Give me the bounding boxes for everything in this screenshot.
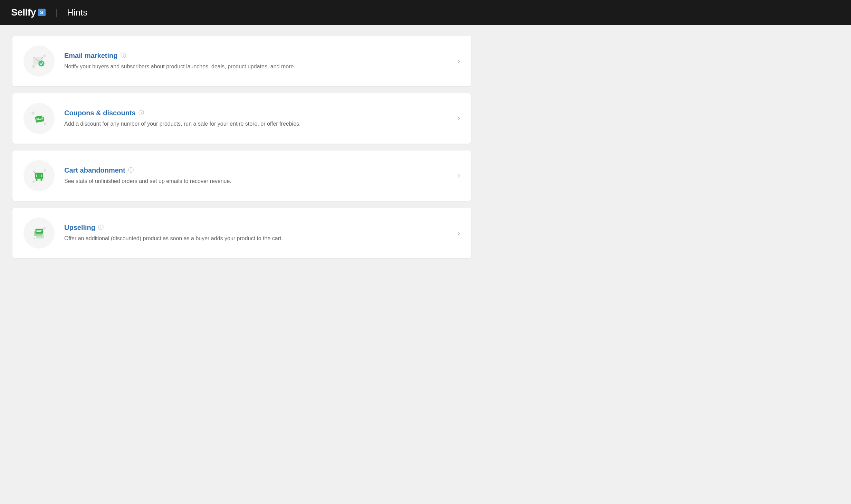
app-header: Sellfy S | Hints: [0, 0, 851, 25]
svg-point-12: [36, 179, 37, 181]
coupons-discounts-description: Add a discount for any number of your pr…: [64, 120, 451, 128]
upselling-content: Upselling ⓘ Offer an additional (discoun…: [64, 224, 451, 243]
upselling-info-icon[interactable]: ⓘ: [98, 224, 104, 231]
coupons-discounts-title: Coupons & discounts: [64, 109, 136, 117]
email-marketing-arrow[interactable]: ›: [458, 57, 460, 66]
upselling-icon: [30, 224, 48, 242]
svg-point-1: [43, 55, 46, 57]
header-divider: |: [55, 8, 57, 17]
email-marketing-title: Email marketing: [64, 52, 118, 60]
cart-abandonment-arrow[interactable]: ›: [458, 171, 460, 180]
upselling-icon-wrapper: [23, 217, 55, 249]
upselling-arrow[interactable]: ›: [458, 229, 460, 238]
email-marketing-icon-wrapper: [23, 46, 55, 77]
coupons-discounts-card[interactable]: SALE Coupons & discounts ⓘ Add a discoun…: [12, 93, 471, 144]
coupons-discounts-content: Coupons & discounts ⓘ Add a discount for…: [64, 109, 451, 128]
svg-point-10: [32, 181, 35, 183]
svg-point-3: [38, 60, 44, 66]
cart-abandonment-info-icon[interactable]: ⓘ: [128, 167, 134, 174]
email-marketing-info-icon[interactable]: ⓘ: [121, 52, 126, 59]
cart-abandonment-title-row: Cart abandonment ⓘ: [64, 166, 451, 174]
coupons-discounts-title-row: Coupons & discounts ⓘ: [64, 109, 451, 117]
svg-point-17: [43, 227, 46, 230]
main-content: Email marketing ⓘ Notify your buyers and…: [0, 25, 484, 276]
upselling-description: Offer an additional (discounted) product…: [64, 234, 451, 243]
email-marketing-icon: [30, 52, 48, 70]
cart-abandonment-card[interactable]: Cart abandonment ⓘ See stats of unfinish…: [12, 151, 471, 201]
page-title: Hints: [67, 7, 87, 18]
email-marketing-card[interactable]: Email marketing ⓘ Notify your buyers and…: [12, 36, 471, 86]
email-marketing-title-row: Email marketing ⓘ: [64, 52, 451, 60]
email-marketing-content: Email marketing ⓘ Notify your buyers and…: [64, 52, 451, 71]
coupons-discounts-icon: SALE: [30, 109, 48, 127]
svg-point-18: [34, 238, 35, 239]
logo-text: Sellfy: [11, 7, 36, 18]
upselling-title: Upselling: [64, 224, 95, 232]
coupons-discounts-arrow[interactable]: ›: [458, 114, 460, 123]
svg-point-13: [40, 179, 42, 181]
email-marketing-description: Notify your buyers and subscribers about…: [64, 62, 451, 71]
coupons-discounts-icon-wrapper: SALE: [23, 103, 55, 134]
logo-badge: S: [38, 9, 46, 16]
svg-point-9: [44, 169, 46, 172]
cart-abandonment-title: Cart abandonment: [64, 166, 125, 174]
coupons-discounts-info-icon[interactable]: ⓘ: [138, 109, 144, 117]
cart-abandonment-content: Cart abandonment ⓘ See stats of unfinish…: [64, 166, 451, 185]
svg-point-5: [44, 123, 46, 125]
svg-point-4: [31, 112, 35, 115]
cart-abandonment-icon-wrapper: [23, 160, 55, 191]
cart-abandonment-icon: [30, 167, 48, 185]
svg-point-0: [32, 65, 35, 68]
logo: Sellfy S: [11, 7, 46, 18]
upselling-title-row: Upselling ⓘ: [64, 224, 451, 232]
cart-abandonment-description: See stats of unfinished orders and set u…: [64, 177, 451, 185]
upselling-card[interactable]: Upselling ⓘ Offer an additional (discoun…: [12, 208, 471, 258]
svg-rect-21: [36, 229, 44, 234]
